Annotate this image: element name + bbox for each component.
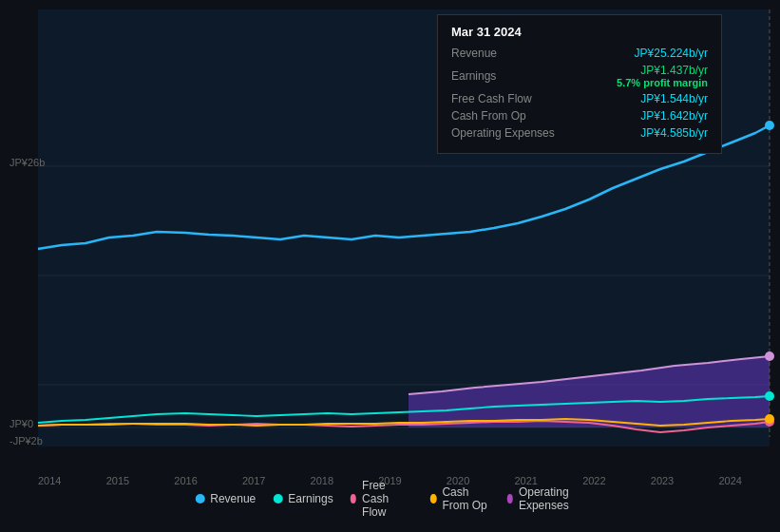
legend-dot-fcf (351, 494, 356, 504)
tooltip-row-earnings: Earnings JP¥1.437b/yr 5.7% profit margin (451, 64, 708, 88)
tooltip-fcf-value: JP¥1.544b/yr (640, 92, 708, 105)
tooltip-row-fcf: Free Cash Flow JP¥1.544b/yr (451, 92, 708, 105)
tooltip-opex-value: JP¥4.585b/yr (640, 126, 708, 140)
x-label-2023: 2023 (651, 475, 674, 486)
legend-item-opex[interactable]: Operating Expenses (507, 485, 585, 512)
tooltip-row-cashop: Cash From Op JP¥1.642b/yr (451, 109, 708, 123)
svg-point-9 (765, 414, 774, 424)
legend-item-cashop[interactable]: Cash From Op (430, 485, 489, 512)
legend-item-earnings[interactable]: Earnings (273, 492, 333, 505)
legend-label-cashop: Cash From Op (442, 485, 489, 512)
legend-item-fcf[interactable]: Free Cash Flow (351, 479, 413, 519)
x-label-2016: 2016 (174, 475, 197, 486)
svg-point-6 (765, 121, 774, 130)
data-tooltip: Mar 31 2024 Revenue JP¥25.224b/yr Earnin… (437, 14, 722, 154)
y-label-zero: JP¥0 (10, 418, 33, 429)
svg-point-10 (765, 352, 774, 361)
y-label-neg: -JP¥2b (10, 435, 43, 446)
legend-dot-opex (507, 494, 513, 504)
x-label-2022: 2022 (582, 475, 605, 486)
legend-label-revenue: Revenue (210, 492, 256, 505)
chart-legend: Revenue Earnings Free Cash Flow Cash Fro… (195, 479, 585, 519)
legend-label-earnings: Earnings (288, 492, 333, 505)
legend-dot-cashop (430, 494, 436, 504)
tooltip-fcf-label: Free Cash Flow (451, 92, 532, 105)
tooltip-revenue-value: JP¥25.224b/yr (635, 47, 708, 60)
tooltip-earnings-value: JP¥1.437b/yr (640, 64, 708, 77)
tooltip-earnings-label: Earnings (451, 69, 496, 83)
tooltip-cashop-value: JP¥1.642b/yr (640, 109, 708, 123)
x-label-2015: 2015 (106, 475, 129, 486)
x-label-2014: 2014 (38, 475, 61, 486)
legend-label-opex: Operating Expenses (519, 485, 585, 512)
x-label-2024: 2024 (718, 475, 741, 486)
tooltip-row-revenue: Revenue JP¥25.224b/yr (451, 47, 708, 60)
legend-dot-revenue (195, 494, 204, 504)
legend-item-revenue[interactable]: Revenue (195, 492, 256, 505)
y-label-top: JP¥26b (10, 157, 45, 168)
legend-label-fcf: Free Cash Flow (362, 479, 413, 519)
tooltip-opex-label: Operating Expenses (451, 126, 555, 140)
chart-container: JP¥26b JP¥0 -JP¥2b 2014 2015 2016 2017 2… (0, 0, 780, 532)
tooltip-revenue-label: Revenue (451, 47, 497, 60)
svg-point-7 (765, 391, 774, 401)
tooltip-profit-margin: 5.7% profit margin (617, 77, 708, 88)
tooltip-cashop-label: Cash From Op (451, 109, 526, 123)
tooltip-date: Mar 31 2024 (451, 25, 708, 39)
tooltip-row-opex: Operating Expenses JP¥4.585b/yr (451, 126, 708, 140)
legend-dot-earnings (273, 494, 282, 504)
tooltip-earnings-values: JP¥1.437b/yr 5.7% profit margin (611, 64, 708, 88)
